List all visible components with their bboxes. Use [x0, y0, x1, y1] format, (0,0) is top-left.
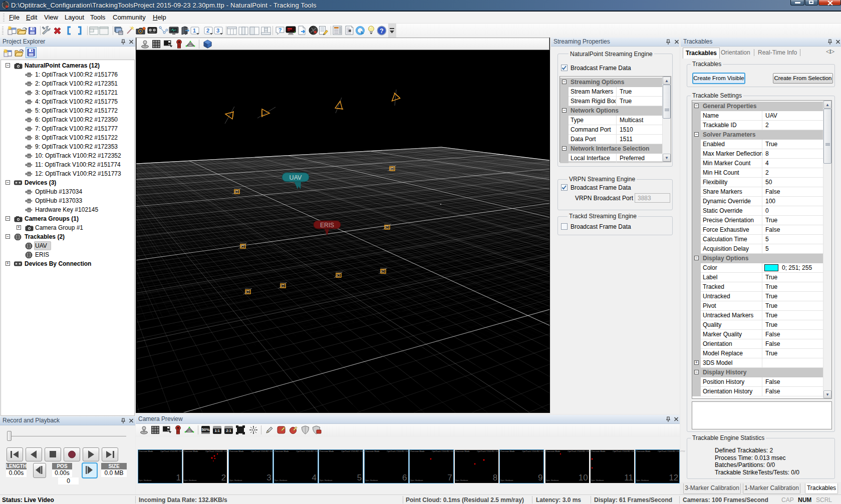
svg-text:2: 2: [206, 28, 209, 34]
svg-text:?: ?: [380, 28, 383, 35]
svg-text:?: ?: [278, 27, 282, 33]
svg-text:3: 3: [216, 28, 219, 34]
svg-text:ERIS: ERIS: [320, 222, 334, 229]
svg-text:1: 1: [193, 28, 196, 34]
svg-text:UAV: UAV: [290, 174, 302, 181]
